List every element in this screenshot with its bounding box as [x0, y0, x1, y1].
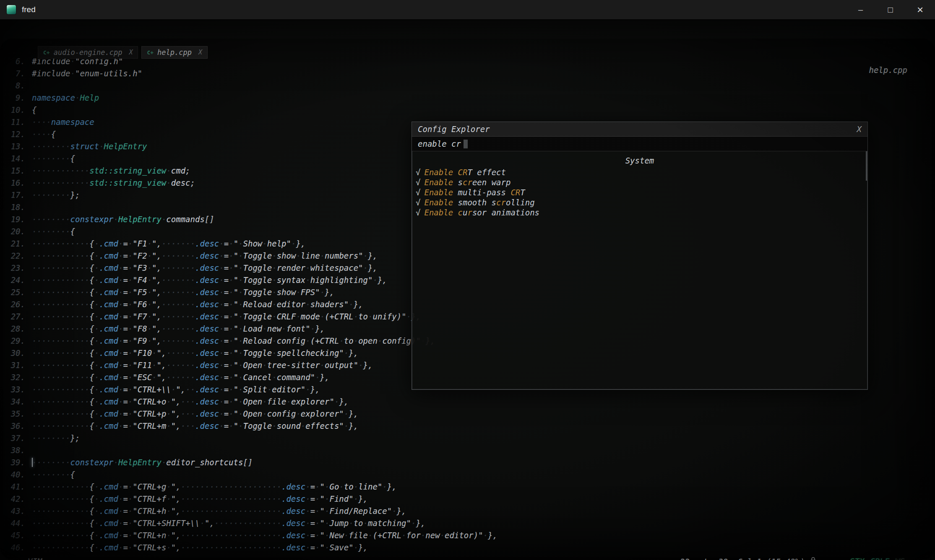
code-line[interactable]: 34.············{·.cmd·=·"CTRL+o·",···.de… [0, 396, 497, 408]
token: { [89, 275, 94, 285]
config-item[interactable]: √Enable smooth scrolling [412, 197, 867, 207]
token: = [224, 275, 229, 285]
whitespace-dots: · [118, 251, 123, 260]
token: , [176, 543, 180, 552]
token: line" [358, 482, 382, 491]
whitespace-dots: · [305, 506, 310, 516]
whitespace-dots: · [229, 336, 233, 345]
code-line[interactable]: 42.············{·.cmd·=·"CTRL+f·",······… [0, 493, 497, 505]
code-text: ············{·.cmd·=·"F11·",······.desc·… [32, 359, 372, 371]
whitespace-dots: · [272, 300, 276, 309]
config-item[interactable]: √Enable screen warp [412, 177, 867, 187]
whitespace-dots: · [229, 263, 233, 272]
whitespace-dots: ······· [161, 239, 195, 248]
checkbox-checked-icon[interactable]: √ [416, 188, 420, 197]
code-line[interactable]: 35.············{·.cmd·=·"CTRL+p·",···.de… [0, 408, 497, 420]
code-line[interactable]: 9.namespace·Help [0, 92, 497, 104]
token: }; [70, 190, 80, 200]
config-search-input[interactable]: enable cr [412, 137, 867, 151]
whitespace-dots: · [272, 251, 276, 260]
config-item[interactable]: √Enable cursor animations [412, 207, 867, 218]
token: "F11 [133, 360, 152, 370]
whitespace-dots: · [94, 409, 99, 418]
code-line[interactable]: 43.············{·.cmd·=·"CTRL+h·",······… [0, 505, 497, 517]
close-button[interactable]: × [905, 0, 935, 19]
whitespace-dots: · [219, 288, 224, 297]
token: sor animations [472, 208, 539, 217]
token: " [157, 348, 161, 358]
token: "F4 [133, 275, 147, 285]
code-line[interactable]: 37.········}; [0, 432, 497, 444]
code-line[interactable]: 44.············{·.cmd·=·"CTRL+SHIFT+\\·"… [0, 517, 497, 529]
token: = [224, 397, 229, 406]
checkbox-checked-icon[interactable]: √ [416, 208, 420, 217]
tab-help.cpp[interactable]: C+help.cppX [141, 46, 208, 59]
whitespace-dots: · [291, 239, 296, 248]
code-text: ············{·.cmd·=·"CTRL+g·",·········… [32, 481, 397, 493]
whitespace-dots: ············ [32, 373, 89, 382]
whitespace-dots: · [94, 263, 99, 272]
whitespace-dots: · [325, 506, 329, 516]
tab-audio-engine.cpp[interactable]: C+audio-engine.cppX [38, 46, 138, 59]
token: " [205, 519, 209, 528]
code-line[interactable]: 36.············{·.cmd·=·"CTRL+m·",···.de… [0, 420, 497, 432]
minimize-button[interactable]: – [846, 0, 875, 19]
whitespace-dots: · [305, 275, 310, 285]
code-line[interactable]: 40.········{ [0, 469, 497, 481]
config-item[interactable]: √Enable CRT effect [412, 167, 867, 177]
tab-label: help.cpp [157, 48, 192, 57]
whitespace-dots: · [219, 421, 224, 430]
whitespace-dots: · [305, 494, 310, 503]
code-line[interactable]: 46.············{·.cmd·=·"CTRL+s·",······… [0, 542, 497, 554]
line-number: 12. [0, 128, 32, 140]
whitespace-dots: · [118, 239, 123, 248]
token: .desc [281, 482, 305, 491]
whitespace-dots: · [238, 288, 243, 297]
whitespace-dots: ········ [32, 215, 70, 224]
code-text: ············{·.cmd·=·"F1·",·······.desc·… [32, 238, 305, 250]
token: editor)" [445, 531, 483, 540]
code-line[interactable]: 38. [0, 444, 497, 456]
code-line[interactable]: 39.········constexpr·HelpEntry·editor_sh… [0, 456, 497, 469]
token: sound [277, 421, 301, 430]
whitespace-dots: · [118, 519, 123, 528]
line-number: 38. [0, 444, 32, 456]
token: }, [358, 494, 368, 503]
line-number: 16. [0, 177, 32, 189]
whitespace-dots: · [296, 312, 300, 321]
maximize-button[interactable]: □ [875, 0, 905, 19]
tab-close-icon[interactable]: X [198, 49, 202, 56]
whitespace-dots: · [229, 251, 233, 260]
token: olling [506, 198, 535, 207]
scrollbar-thumb[interactable] [866, 151, 867, 181]
whitespace-dots: · [229, 397, 233, 406]
tab-close-icon[interactable]: X [129, 49, 133, 56]
code-line[interactable]: 41.············{·.cmd·=·"CTRL+g·",······… [0, 481, 497, 493]
whitespace-dots: · [147, 336, 152, 345]
config-list-area: System √Enable CRT effect√Enable screen … [412, 151, 867, 389]
token: }, [310, 385, 320, 394]
whitespace-dots: · [128, 482, 133, 491]
whitespace-dots: ······ [166, 360, 195, 370]
code-line[interactable]: 10.{ [0, 104, 497, 116]
code-line[interactable]: 45.············{·.cmd·=·"CTRL+n·",······… [0, 529, 497, 542]
whitespace-dots: · [118, 348, 123, 358]
whitespace-dots: · [354, 312, 358, 321]
checkbox-checked-icon[interactable]: √ [416, 198, 420, 207]
whitespace-dots: · [229, 360, 233, 370]
code-line[interactable]: 7.#include·"enum-utils.h" [0, 67, 497, 80]
token: to [358, 312, 368, 321]
token: .desc [195, 409, 219, 418]
config-explorer-close-icon[interactable]: X [857, 124, 862, 134]
checkbox-checked-icon[interactable]: √ [416, 178, 420, 187]
token: , [157, 312, 161, 321]
token: = [123, 373, 128, 382]
token: "CTRL+SHIFT+\\ [133, 519, 200, 528]
code-line[interactable]: 8. [0, 80, 497, 92]
token: constexpr [70, 215, 114, 224]
checkbox-checked-icon[interactable]: √ [416, 168, 420, 177]
token: , [157, 336, 161, 345]
whitespace-dots: · [219, 360, 224, 370]
config-item[interactable]: √Enable multi-pass CRT [412, 187, 867, 197]
token: " [234, 360, 238, 370]
